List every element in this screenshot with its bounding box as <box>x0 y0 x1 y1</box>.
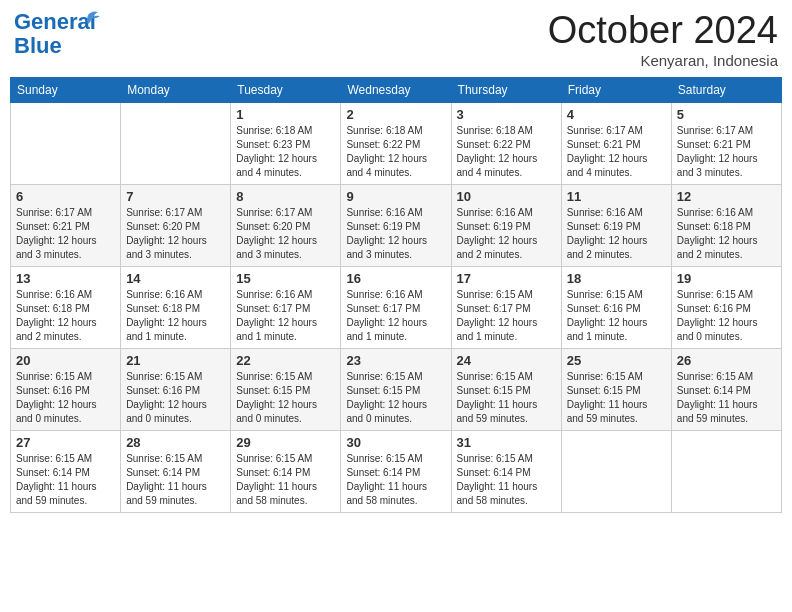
day-number: 10 <box>457 189 556 204</box>
day-info: Sunrise: 6:15 AM Sunset: 6:17 PM Dayligh… <box>457 288 556 344</box>
day-info: Sunrise: 6:15 AM Sunset: 6:14 PM Dayligh… <box>126 452 225 508</box>
day-info: Sunrise: 6:17 AM Sunset: 6:21 PM Dayligh… <box>567 124 666 180</box>
day-number: 22 <box>236 353 335 368</box>
calendar-cell: 5Sunrise: 6:17 AM Sunset: 6:21 PM Daylig… <box>671 102 781 184</box>
day-info: Sunrise: 6:15 AM Sunset: 6:15 PM Dayligh… <box>457 370 556 426</box>
calendar-cell: 19Sunrise: 6:15 AM Sunset: 6:16 PM Dayli… <box>671 266 781 348</box>
week-row-5: 27Sunrise: 6:15 AM Sunset: 6:14 PM Dayli… <box>11 430 782 512</box>
day-info: Sunrise: 6:16 AM Sunset: 6:19 PM Dayligh… <box>346 206 445 262</box>
calendar-cell <box>11 102 121 184</box>
day-number: 20 <box>16 353 115 368</box>
calendar-cell: 26Sunrise: 6:15 AM Sunset: 6:14 PM Dayli… <box>671 348 781 430</box>
calendar-cell: 10Sunrise: 6:16 AM Sunset: 6:19 PM Dayli… <box>451 184 561 266</box>
day-number: 26 <box>677 353 776 368</box>
title-block: October 2024 Kenyaran, Indonesia <box>548 10 778 69</box>
weekday-header-monday: Monday <box>121 77 231 102</box>
day-number: 3 <box>457 107 556 122</box>
day-number: 29 <box>236 435 335 450</box>
calendar-cell: 3Sunrise: 6:18 AM Sunset: 6:22 PM Daylig… <box>451 102 561 184</box>
day-info: Sunrise: 6:16 AM Sunset: 6:18 PM Dayligh… <box>16 288 115 344</box>
day-info: Sunrise: 6:15 AM Sunset: 6:15 PM Dayligh… <box>567 370 666 426</box>
week-row-4: 20Sunrise: 6:15 AM Sunset: 6:16 PM Dayli… <box>11 348 782 430</box>
page-header: GeneralBlue October 2024 Kenyaran, Indon… <box>10 10 782 69</box>
weekday-header-row: SundayMondayTuesdayWednesdayThursdayFrid… <box>11 77 782 102</box>
day-number: 21 <box>126 353 225 368</box>
calendar-cell <box>671 430 781 512</box>
day-number: 13 <box>16 271 115 286</box>
day-number: 19 <box>677 271 776 286</box>
day-info: Sunrise: 6:15 AM Sunset: 6:16 PM Dayligh… <box>126 370 225 426</box>
day-number: 1 <box>236 107 335 122</box>
calendar-cell: 15Sunrise: 6:16 AM Sunset: 6:17 PM Dayli… <box>231 266 341 348</box>
calendar-cell: 9Sunrise: 6:16 AM Sunset: 6:19 PM Daylig… <box>341 184 451 266</box>
month-title: October 2024 <box>548 10 778 52</box>
day-number: 28 <box>126 435 225 450</box>
calendar-cell: 25Sunrise: 6:15 AM Sunset: 6:15 PM Dayli… <box>561 348 671 430</box>
logo-bird-icon <box>78 10 100 30</box>
calendar-cell: 18Sunrise: 6:15 AM Sunset: 6:16 PM Dayli… <box>561 266 671 348</box>
day-info: Sunrise: 6:16 AM Sunset: 6:19 PM Dayligh… <box>457 206 556 262</box>
day-number: 7 <box>126 189 225 204</box>
logo: GeneralBlue <box>14 10 100 58</box>
day-number: 12 <box>677 189 776 204</box>
day-info: Sunrise: 6:16 AM Sunset: 6:18 PM Dayligh… <box>126 288 225 344</box>
week-row-2: 6Sunrise: 6:17 AM Sunset: 6:21 PM Daylig… <box>11 184 782 266</box>
weekday-header-saturday: Saturday <box>671 77 781 102</box>
calendar-cell: 13Sunrise: 6:16 AM Sunset: 6:18 PM Dayli… <box>11 266 121 348</box>
calendar-cell: 28Sunrise: 6:15 AM Sunset: 6:14 PM Dayli… <box>121 430 231 512</box>
day-number: 15 <box>236 271 335 286</box>
day-info: Sunrise: 6:17 AM Sunset: 6:20 PM Dayligh… <box>236 206 335 262</box>
week-row-3: 13Sunrise: 6:16 AM Sunset: 6:18 PM Dayli… <box>11 266 782 348</box>
calendar-cell: 29Sunrise: 6:15 AM Sunset: 6:14 PM Dayli… <box>231 430 341 512</box>
day-info: Sunrise: 6:16 AM Sunset: 6:17 PM Dayligh… <box>236 288 335 344</box>
weekday-header-sunday: Sunday <box>11 77 121 102</box>
day-info: Sunrise: 6:15 AM Sunset: 6:14 PM Dayligh… <box>677 370 776 426</box>
calendar-cell <box>561 430 671 512</box>
day-info: Sunrise: 6:15 AM Sunset: 6:14 PM Dayligh… <box>346 452 445 508</box>
day-number: 23 <box>346 353 445 368</box>
day-info: Sunrise: 6:15 AM Sunset: 6:16 PM Dayligh… <box>567 288 666 344</box>
calendar-cell: 27Sunrise: 6:15 AM Sunset: 6:14 PM Dayli… <box>11 430 121 512</box>
day-number: 18 <box>567 271 666 286</box>
day-info: Sunrise: 6:15 AM Sunset: 6:14 PM Dayligh… <box>16 452 115 508</box>
calendar-cell: 4Sunrise: 6:17 AM Sunset: 6:21 PM Daylig… <box>561 102 671 184</box>
weekday-header-tuesday: Tuesday <box>231 77 341 102</box>
day-info: Sunrise: 6:15 AM Sunset: 6:14 PM Dayligh… <box>236 452 335 508</box>
weekday-header-friday: Friday <box>561 77 671 102</box>
day-info: Sunrise: 6:16 AM Sunset: 6:18 PM Dayligh… <box>677 206 776 262</box>
calendar-cell: 1Sunrise: 6:18 AM Sunset: 6:23 PM Daylig… <box>231 102 341 184</box>
calendar-cell: 2Sunrise: 6:18 AM Sunset: 6:22 PM Daylig… <box>341 102 451 184</box>
day-number: 5 <box>677 107 776 122</box>
calendar-cell: 31Sunrise: 6:15 AM Sunset: 6:14 PM Dayli… <box>451 430 561 512</box>
calendar-cell: 16Sunrise: 6:16 AM Sunset: 6:17 PM Dayli… <box>341 266 451 348</box>
day-info: Sunrise: 6:15 AM Sunset: 6:15 PM Dayligh… <box>236 370 335 426</box>
calendar-cell <box>121 102 231 184</box>
day-info: Sunrise: 6:18 AM Sunset: 6:23 PM Dayligh… <box>236 124 335 180</box>
calendar-cell: 8Sunrise: 6:17 AM Sunset: 6:20 PM Daylig… <box>231 184 341 266</box>
day-info: Sunrise: 6:17 AM Sunset: 6:20 PM Dayligh… <box>126 206 225 262</box>
day-info: Sunrise: 6:15 AM Sunset: 6:16 PM Dayligh… <box>16 370 115 426</box>
calendar-cell: 7Sunrise: 6:17 AM Sunset: 6:20 PM Daylig… <box>121 184 231 266</box>
location: Kenyaran, Indonesia <box>548 52 778 69</box>
calendar-cell: 21Sunrise: 6:15 AM Sunset: 6:16 PM Dayli… <box>121 348 231 430</box>
day-number: 14 <box>126 271 225 286</box>
weekday-header-wednesday: Wednesday <box>341 77 451 102</box>
day-number: 31 <box>457 435 556 450</box>
calendar-cell: 24Sunrise: 6:15 AM Sunset: 6:15 PM Dayli… <box>451 348 561 430</box>
calendar-cell: 30Sunrise: 6:15 AM Sunset: 6:14 PM Dayli… <box>341 430 451 512</box>
day-info: Sunrise: 6:15 AM Sunset: 6:15 PM Dayligh… <box>346 370 445 426</box>
day-number: 9 <box>346 189 445 204</box>
day-number: 2 <box>346 107 445 122</box>
calendar-cell: 12Sunrise: 6:16 AM Sunset: 6:18 PM Dayli… <box>671 184 781 266</box>
day-number: 8 <box>236 189 335 204</box>
day-info: Sunrise: 6:16 AM Sunset: 6:19 PM Dayligh… <box>567 206 666 262</box>
day-number: 25 <box>567 353 666 368</box>
day-info: Sunrise: 6:15 AM Sunset: 6:14 PM Dayligh… <box>457 452 556 508</box>
day-info: Sunrise: 6:16 AM Sunset: 6:17 PM Dayligh… <box>346 288 445 344</box>
calendar-cell: 11Sunrise: 6:16 AM Sunset: 6:19 PM Dayli… <box>561 184 671 266</box>
day-info: Sunrise: 6:17 AM Sunset: 6:21 PM Dayligh… <box>677 124 776 180</box>
calendar-cell: 23Sunrise: 6:15 AM Sunset: 6:15 PM Dayli… <box>341 348 451 430</box>
calendar-cell: 17Sunrise: 6:15 AM Sunset: 6:17 PM Dayli… <box>451 266 561 348</box>
day-number: 24 <box>457 353 556 368</box>
calendar-cell: 14Sunrise: 6:16 AM Sunset: 6:18 PM Dayli… <box>121 266 231 348</box>
